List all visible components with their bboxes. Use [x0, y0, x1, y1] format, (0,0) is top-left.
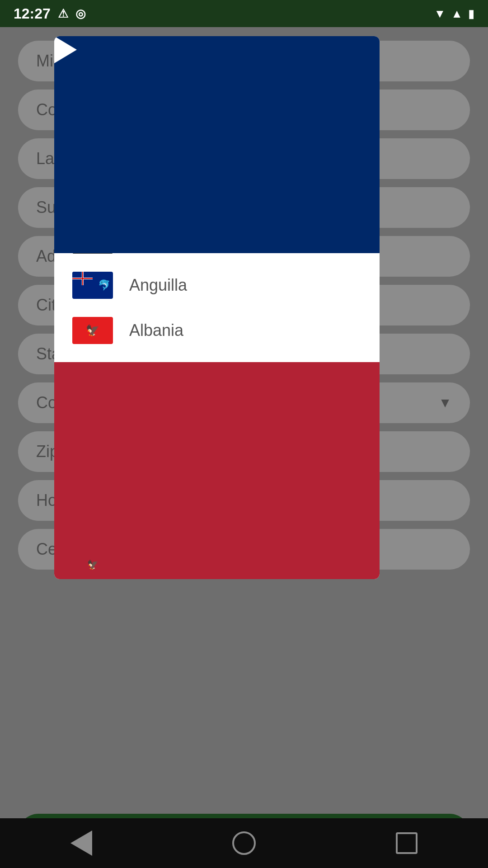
list-item[interactable]: 🦅 Albania: [54, 308, 380, 353]
country-name: Albania: [129, 321, 183, 340]
country-name: Anguilla: [129, 276, 187, 295]
battery-icon: ▮: [468, 7, 474, 21]
list-item[interactable]: 🦅 AmericanSamoa: [54, 534, 380, 579]
country-list: 🛡 Andorra United Arab Emirates ☪: [54, 82, 380, 579]
warning-icon: ⚠: [58, 7, 68, 21]
wifi-icon: ▼: [434, 7, 446, 21]
signal-icon: ▲: [451, 7, 463, 21]
status-bar-left: 12:27 ⚠ ◎: [14, 5, 86, 22]
at-icon: ◎: [75, 7, 86, 21]
time-display: 12:27: [14, 5, 51, 22]
status-bar: 12:27 ⚠ ◎ ▼ ▲ ▮: [0, 0, 488, 27]
flag-anguilla: 🐬: [72, 272, 113, 299]
country-picker-modal: 🔍 🛡 Andorra United Arab Emirat: [54, 36, 380, 579]
list-item[interactable]: 🐬 Anguilla: [54, 263, 380, 308]
status-bar-right: ▼ ▲ ▮: [434, 7, 474, 21]
flag-albania: 🦅: [72, 317, 113, 344]
flag-american-samoa: 🦅: [72, 543, 113, 570]
